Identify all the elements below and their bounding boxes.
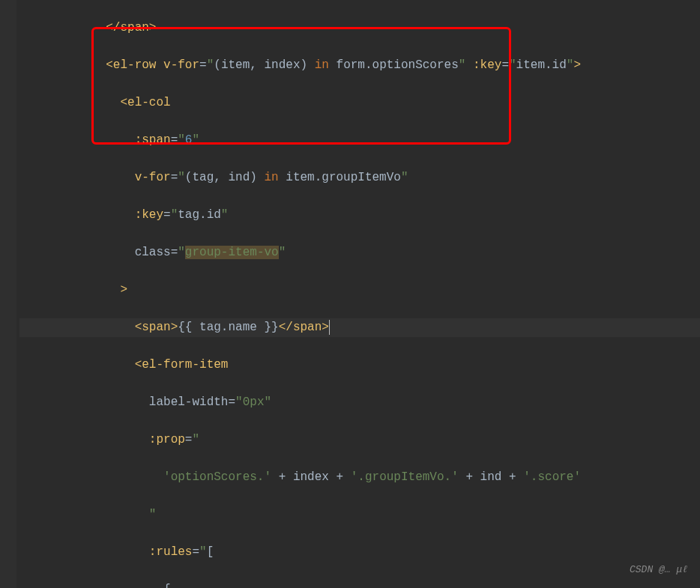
code-line[interactable]: <el-col <box>19 94 700 112</box>
code-line[interactable]: <span>{{ tag.name }}</span> <box>19 318 700 337</box>
code-line[interactable]: :span="6" <box>19 131 700 150</box>
code-line[interactable]: <el-form-item <box>19 356 700 375</box>
gutter <box>0 0 16 588</box>
highlight-box <box>91 27 511 145</box>
code-line[interactable]: 'optionScores.' + index + '.groupItemVo.… <box>19 468 700 487</box>
code-line[interactable]: { <box>19 581 700 588</box>
code-line[interactable]: :key="tag.id" <box>19 206 700 225</box>
code-line[interactable]: </span> <box>19 19 700 37</box>
code-area[interactable]: </span> <el-row v-for="(item, index) in … <box>16 0 700 588</box>
code-line[interactable]: > <box>19 281 700 300</box>
code-line[interactable]: class="group-item-vo" <box>19 243 700 262</box>
code-line[interactable]: :prop=" <box>19 431 700 449</box>
code-line[interactable]: <el-row v-for="(item, index) in form.opt… <box>19 56 700 75</box>
text-cursor <box>329 320 330 335</box>
watermark: CSDN @… μℓ <box>630 560 688 579</box>
code-line[interactable]: v-for="(tag, ind) in item.groupItemVo" <box>19 169 700 187</box>
code-editor[interactable]: </span> <el-row v-for="(item, index) in … <box>0 0 700 588</box>
code-line[interactable]: :rules="[ <box>19 543 700 562</box>
code-line[interactable]: " <box>19 506 700 524</box>
code-line[interactable]: label-width="0px" <box>19 393 700 412</box>
